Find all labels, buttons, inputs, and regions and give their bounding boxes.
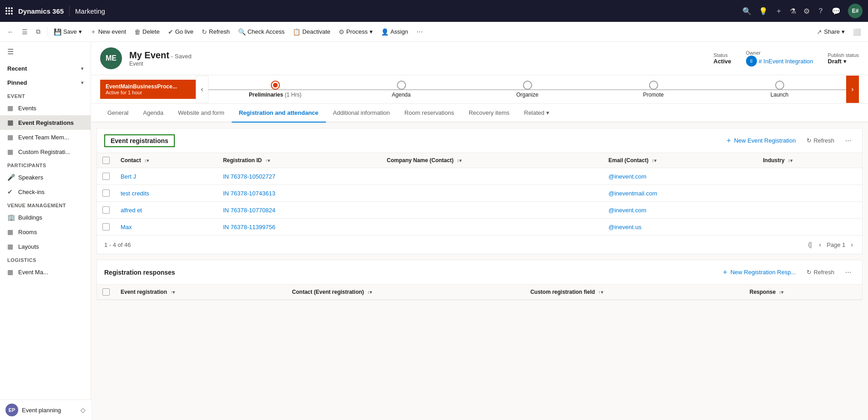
prev-page-button[interactable]: ‹ (817, 240, 823, 249)
sidebar-item-custom-registrations[interactable]: ▦ Custom Registrati... (0, 144, 91, 159)
owner-name[interactable]: # InEvent Integration (759, 58, 813, 65)
sidebar-item-event-team-members[interactable]: ▦ Event Team Mem... (0, 130, 91, 144)
row-checkbox-cell[interactable] (97, 202, 115, 219)
reg-id-link[interactable]: IN 76378-10743613 (223, 190, 275, 197)
tab-recovery[interactable]: Recovery items (462, 104, 517, 123)
reg-id-link[interactable]: IN 76378-10502727 (223, 173, 275, 180)
bookmark-button[interactable]: ☰ (18, 26, 31, 37)
response-col-header[interactable]: Response ↕▾ (744, 285, 862, 300)
event-reg-col-header[interactable]: Event registration ↑▾ (115, 285, 287, 300)
email-link[interactable]: @ineventmail.com (609, 190, 657, 197)
select-all-checkbox[interactable] (102, 157, 110, 164)
row-checkbox[interactable] (102, 173, 110, 180)
next-page-button[interactable]: › (849, 240, 855, 249)
check-access-button[interactable]: 🔍 Check Access (234, 26, 289, 37)
process-active-label[interactable]: EventMainBusinessProce... Active for 1 h… (100, 80, 196, 99)
contact-link[interactable]: Bert J (121, 173, 136, 180)
select-all-header[interactable] (97, 153, 115, 168)
process-step-agenda[interactable]: Agenda (338, 81, 464, 98)
tab-agenda[interactable]: Agenda (136, 104, 171, 123)
screen-reader-button[interactable]: ⬜ (849, 26, 864, 37)
process-left-button[interactable]: ‹ (196, 76, 208, 103)
save-dropdown-icon[interactable]: ▾ (79, 28, 82, 35)
sidebar-item-check-ins[interactable]: ✔ Check-ins (0, 184, 91, 199)
row-checkbox[interactable] (102, 190, 110, 197)
contact-link[interactable]: Max (121, 224, 132, 230)
user-avatar[interactable]: E# (848, 4, 863, 18)
add-icon[interactable]: ＋ (775, 6, 782, 16)
email-link[interactable]: @inevent.com (609, 173, 646, 180)
new-event-registration-button[interactable]: ＋ New Event Registration (721, 134, 800, 147)
sidebar-hamburger[interactable]: ☰ (0, 42, 91, 61)
row-registration-id[interactable]: IN 76378-11399756 (218, 219, 381, 236)
sidebar-item-speakers[interactable]: 🎤 Speakers (0, 170, 91, 184)
row-registration-id[interactable]: IN 76378-10743613 (218, 185, 381, 202)
process-step-organize[interactable]: Organize (464, 81, 590, 98)
email-link[interactable]: @inevent.com (609, 207, 646, 214)
row-email[interactable]: @inevent.com (603, 202, 758, 219)
row-contact[interactable]: alfred et (115, 202, 218, 219)
more-button[interactable]: ⋯ (413, 26, 426, 37)
delete-button[interactable]: 🗑 Delete (131, 26, 163, 37)
app-grid-icon[interactable] (5, 7, 13, 15)
email-header[interactable]: Email (Contact) ↕▾ (603, 153, 758, 168)
search-icon[interactable]: 🔍 (742, 7, 751, 15)
sidebar-item-layouts[interactable]: ▦ Layouts (0, 239, 91, 254)
lightbulb-icon[interactable]: 💡 (759, 7, 768, 15)
contact-header[interactable]: Contact ↕▾ (115, 153, 218, 168)
go-live-button[interactable]: ✔ Go live (164, 26, 197, 37)
row-checkbox-cell[interactable] (97, 168, 115, 185)
sidebar-recent-collapse[interactable]: Recent ▾ (0, 61, 91, 76)
sidebar-item-buildings[interactable]: 🏢 Buildings (0, 210, 91, 225)
row-email[interactable]: @inevent.us (603, 219, 758, 236)
row-contact[interactable]: Bert J (115, 168, 218, 185)
filter-icon[interactable]: ⚗ (790, 7, 796, 15)
sidebar-item-rooms[interactable]: ▦ Rooms (0, 225, 91, 239)
row-registration-id[interactable]: IN 76378-10770824 (218, 202, 381, 219)
row-checkbox[interactable] (102, 223, 110, 230)
contact-event-col-header[interactable]: Contact (Event registration) ↕▾ (287, 285, 525, 300)
tab-website-form[interactable]: Website and form (171, 104, 232, 123)
reg-id-link[interactable]: IN 76378-10770824 (223, 207, 275, 214)
row-checkbox[interactable] (102, 206, 110, 214)
responses-select-all[interactable] (97, 285, 115, 300)
responses-more-button[interactable]: ⋯ (842, 267, 855, 277)
row-contact[interactable]: test credits (115, 185, 218, 202)
row-contact[interactable]: Max (115, 219, 218, 236)
custom-field-col-header[interactable]: Custom registration field ↑▾ (525, 285, 744, 300)
first-page-button[interactable]: ⟨| (806, 240, 814, 249)
row-email[interactable]: @inevent.com (603, 168, 758, 185)
email-link[interactable]: @inevent.us (609, 224, 641, 230)
sidebar-pinned-collapse[interactable]: Pinned ▾ (0, 76, 91, 90)
responses-checkbox[interactable] (102, 288, 110, 296)
row-checkbox-cell[interactable] (97, 185, 115, 202)
tab-room-reservations[interactable]: Room reservations (397, 104, 462, 123)
back-button[interactable]: ← (4, 26, 17, 37)
industry-header[interactable]: Industry ↕▾ (757, 153, 862, 168)
registrations-more-button[interactable]: ⋯ (842, 135, 855, 146)
tab-general[interactable]: General (100, 104, 136, 123)
refresh-responses-button[interactable]: ↻ Refresh (803, 267, 838, 277)
publish-status-dropdown[interactable]: ▾ (843, 58, 847, 65)
share-dropdown-icon[interactable]: ▾ (842, 28, 845, 35)
process-step-launch[interactable]: Launch (716, 81, 843, 98)
contact-link[interactable]: test credits (121, 190, 149, 197)
process-dropdown-icon[interactable]: ▾ (370, 28, 373, 35)
reg-id-link[interactable]: IN 76378-11399756 (223, 224, 275, 230)
refresh-registrations-button[interactable]: ↻ Refresh (803, 135, 838, 146)
tab-related[interactable]: Related ▾ (517, 104, 557, 123)
tab-registration[interactable]: Registration and attendance (232, 104, 326, 123)
sidebar-item-logistics-1[interactable]: ▦ Event Ma... (0, 265, 91, 279)
feedback-icon[interactable]: 💬 (832, 7, 841, 15)
sidebar-item-event-registrations[interactable]: ▦ Event Registrations (0, 115, 91, 130)
row-checkbox-cell[interactable] (97, 219, 115, 236)
company-name-header[interactable]: Company Name (Contact) ↕▾ (381, 153, 603, 168)
contact-link[interactable]: alfred et (121, 207, 142, 214)
save-button[interactable]: 💾 Save ▾ (50, 26, 86, 37)
assign-button[interactable]: 👤 Assign (377, 26, 412, 37)
tab-additional[interactable]: Additional information (326, 104, 397, 123)
new-event-button[interactable]: ＋ New event (86, 26, 130, 38)
share-button[interactable]: ↗ Share ▾ (813, 26, 848, 37)
process-step-preliminaries[interactable]: Preliminaries (1 Hrs) (212, 81, 338, 98)
sidebar-item-events[interactable]: ▦ Events (0, 101, 91, 115)
